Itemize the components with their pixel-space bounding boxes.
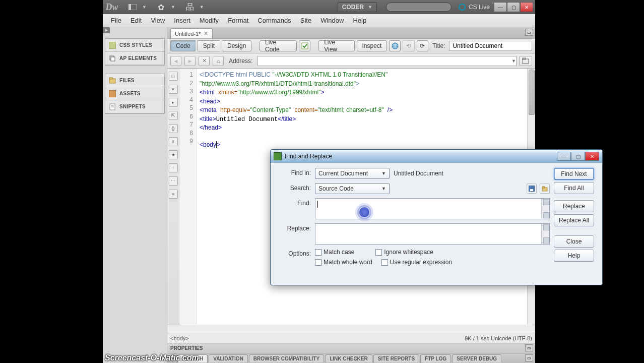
panel-assets[interactable]: ASSETS [105,87,164,100]
layout-menu[interactable]: ▼ [127,2,147,12]
whole-word-checkbox[interactable]: Match whole word [315,259,372,266]
cs-live-icon [459,4,466,11]
refresh-icon[interactable]: ⟳ [417,40,428,51]
find-in-select[interactable]: Current Document ▼ [315,168,390,179]
search-input[interactable] [386,3,452,12]
dialog-close-button[interactable]: ✕ [585,152,599,161]
menu-commands[interactable]: Commands [253,16,295,25]
tab-site-reports[interactable]: SITE REPORTS [373,354,419,362]
menu-window[interactable]: Window [316,16,348,25]
menu-format[interactable]: Format [224,16,252,25]
refresh-disabled-icon: ⟲ [403,40,414,51]
panel-ap-elements[interactable]: AP ELEMENTS [105,52,164,65]
browser-globe-icon[interactable] [389,40,401,51]
view-design-button[interactable]: Design [222,40,251,51]
regex-checkbox[interactable]: Use regular expression [381,259,452,266]
wrap-tag-icon[interactable]: ≡ [169,190,178,199]
panel-label: CSS STYLES [119,42,152,48]
load-query-icon[interactable] [540,184,550,194]
balance-braces-icon[interactable]: {} [169,124,178,133]
view-split-button[interactable]: Split [198,40,220,51]
find-in-label: Find in: [277,168,311,176]
apply-comment-icon[interactable]: ⋯ [169,176,178,186]
highlight-icon[interactable]: ★ [169,150,178,159]
workspace-switcher[interactable]: CODER ▼ [338,2,377,12]
live-code-button[interactable]: Live Code [260,40,297,51]
textarea-scrollbar[interactable] [541,199,549,219]
replace-textarea[interactable] [315,223,550,245]
save-query-icon[interactable] [527,184,537,194]
inspect-button[interactable]: Inspect [357,40,388,51]
watermark: Screencast-O-Matic.com [105,353,199,362]
textarea-scrollbar[interactable] [541,224,549,244]
left-dock: ▶ CSS STYLES AP ELEMENTS FILES A [103,27,167,363]
document-tabs: Untitled-1* ✕ ▭ [167,27,535,38]
find-next-button[interactable]: Find Next [554,168,594,180]
maximize-button[interactable]: ▢ [507,2,520,12]
extend-menu[interactable]: ✿ ▼ [156,2,175,12]
dialog-titlebar[interactable]: Find and Replace — ▢ ✕ [271,150,602,163]
dialog-maximize-button[interactable]: ▢ [571,152,585,161]
collapse-icon[interactable]: ▾ [169,85,178,94]
menu-modify[interactable]: Modify [196,16,223,25]
dialog-app-icon [274,152,282,160]
nav-stop-icon[interactable]: ⨯ [199,56,210,66]
panel-menu-icon[interactable]: ▭ [525,344,533,351]
layers-icon [108,54,116,63]
find-replace-dialog: Find and Replace — ▢ ✕ Find in: Current … [270,149,603,285]
tab-ftp-log[interactable]: FTP LOG [420,354,451,362]
svg-rect-11 [302,43,308,49]
select-parent-icon[interactable]: ⇱ [169,111,178,120]
match-case-checkbox[interactable]: Match case [315,249,354,256]
minimize-button[interactable]: — [494,2,507,12]
title-input[interactable] [449,41,532,51]
close-tab-icon[interactable]: ✕ [204,30,208,37]
doc-tab-untitled[interactable]: Untitled-1* ✕ [170,28,213,38]
nav-home-icon[interactable]: ⌂ [213,56,224,66]
panel-menu-icon[interactable]: ▭ [525,29,533,36]
find-all-button[interactable]: Find All [554,182,594,194]
live-view-button[interactable]: Live View [318,40,354,51]
ignore-whitespace-checkbox[interactable]: Ignore whitespace [375,249,433,256]
dock-expand-handle[interactable]: ▶ [103,27,110,33]
close-dialog-button[interactable]: Close [554,235,594,248]
tag-path[interactable]: <body> [170,335,189,341]
expand-icon[interactable]: ▸ [169,98,178,107]
dialog-minimize-button[interactable]: — [557,152,571,161]
tab-link-checker[interactable]: LINK CHECKER [325,354,372,362]
tab-browser-compat[interactable]: BROWSER COMPATIBILITY [249,354,324,362]
check-page-icon[interactable] [299,40,310,51]
help-button[interactable]: Help [554,250,594,262]
line-numbers-icon[interactable]: # [169,137,178,146]
address-input[interactable] [257,56,517,66]
menu-file[interactable]: File [107,16,125,25]
menu-view[interactable]: View [147,16,169,25]
chevron-down-icon[interactable]: ▼ [511,58,516,64]
menu-site[interactable]: Site [296,16,315,25]
menu-help[interactable]: Help [349,16,370,25]
file-management-icon[interactable] [519,56,532,66]
properties-panel-header[interactable]: PROPERTIES ▭ [167,343,535,353]
replace-button[interactable]: Replace [554,200,594,212]
search-label: Search: [277,183,311,192]
site-menu[interactable]: 品 ▼ [184,2,204,12]
tab-validation[interactable]: VALIDATION [209,354,248,362]
horizontal-scrollbar[interactable] [167,325,535,333]
tab-server-debug[interactable]: SERVER DEBUG [452,354,501,362]
panel-menu-icon[interactable]: ▭ [525,354,533,361]
cs-live-button[interactable]: CS Live [459,4,490,11]
search-select[interactable]: Source Code ▼ [315,183,390,194]
svg-rect-16 [530,189,533,191]
close-button[interactable]: ✕ [520,2,533,12]
open-docs-icon[interactable]: ▭ [169,72,178,81]
panel-css-styles[interactable]: CSS STYLES [105,39,164,52]
replace-all-button[interactable]: Replace All [554,214,594,226]
address-toolbar: ◄ ► ⨯ ⌂ Address: ▼ [167,53,535,69]
menu-edit[interactable]: Edit [126,16,146,25]
panel-snippets[interactable]: SNIPPETS [105,100,164,113]
syntax-error-icon[interactable]: ! [169,163,178,172]
menu-insert[interactable]: Insert [170,16,195,25]
view-code-button[interactable]: Code [170,40,196,51]
panel-files[interactable]: FILES [105,74,164,87]
find-textarea[interactable] [315,198,550,219]
